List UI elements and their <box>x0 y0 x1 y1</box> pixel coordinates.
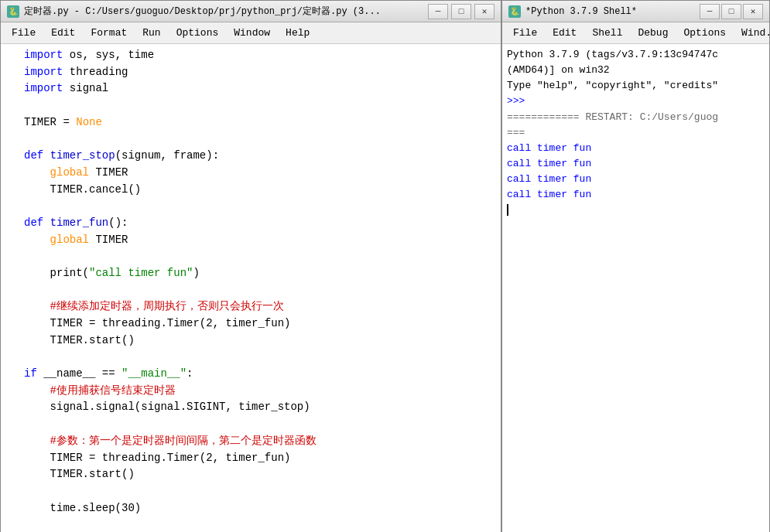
shell-title: *Python 3.7.9 Shell* <box>525 6 700 17</box>
shell-minimize-button[interactable]: ─ <box>700 4 720 19</box>
menu-file[interactable]: File <box>4 24 43 42</box>
shell-window-controls: ─ □ ✕ <box>700 4 763 19</box>
shell-restart-line: ============ RESTART: C:/Users/guog <box>507 110 765 125</box>
shell-menu-file[interactable]: File <box>505 24 545 42</box>
menu-format[interactable]: Format <box>83 24 135 42</box>
shell-icon: 🐍 <box>508 5 521 18</box>
shell-menu-window[interactable]: Wind... <box>734 24 770 42</box>
shell-menu-shell[interactable]: Shell <box>584 24 630 42</box>
shell-restart-line2: === <box>507 125 765 141</box>
code-line: time.sleep(30) <box>24 500 498 517</box>
shell-prompt: >>> <box>507 94 765 109</box>
code-line: def timer_stop(signum, frame): <box>24 148 498 165</box>
shell-menubar: File Edit Shell Debug Options Wind... <box>502 22 769 44</box>
code-line: #继续添加定时器，周期执行，否则只会执行一次 <box>24 298 498 315</box>
shell-output-line: call timer fun <box>507 187 765 203</box>
code-line: import threading <box>24 64 498 81</box>
shell-output-line: call timer fun <box>507 172 765 187</box>
code-line <box>24 416 498 433</box>
shell-window: 🐍 *Python 3.7.9 Shell* ─ □ ✕ File Edit S… <box>501 0 770 532</box>
editor-menubar: File Edit Format Run Options Window Help <box>1 22 501 44</box>
code-line: import os, sys, time <box>24 47 498 64</box>
code-line <box>24 131 498 148</box>
code-line <box>24 97 498 114</box>
code-editor-window: 🐍 定时器.py - C:/Users/guoguo/Desktop/prj/p… <box>0 0 501 532</box>
code-line: def timer_fun(): <box>24 215 498 232</box>
code-line: TIMER.start() <box>24 466 498 483</box>
code-line <box>24 349 498 366</box>
editor-titlebar: 🐍 定时器.py - C:/Users/guoguo/Desktop/prj/p… <box>1 1 501 22</box>
shell-menu-debug[interactable]: Debug <box>630 24 676 42</box>
code-line: global TIMER <box>24 165 498 182</box>
shell-line: Type "help", "copyright", "credits" <box>507 78 765 94</box>
shell-close-button[interactable]: ✕ <box>743 4 763 19</box>
editor-icon: 🐍 <box>7 5 19 18</box>
close-button[interactable]: ✕ <box>474 4 495 19</box>
code-content: import os, sys, time import threading im… <box>24 47 498 517</box>
maximize-button[interactable]: □ <box>451 4 471 19</box>
code-line: print("call timer fun") <box>24 265 498 282</box>
minimize-button[interactable]: ─ <box>428 4 448 19</box>
code-line: #参数：第一个是定时器时间间隔，第二个是定时器函数 <box>24 433 498 450</box>
shell-output-line: call timer fun <box>507 141 765 156</box>
code-line <box>24 282 498 299</box>
code-line: TIMER = None <box>24 114 498 131</box>
shell-content[interactable]: Python 3.7.9 (tags/v3.7.9:13c94747c (AMD… <box>502 44 769 532</box>
code-line <box>24 198 498 215</box>
code-line: #使用捕获信号结束定时器 <box>24 383 498 400</box>
code-line: import signal <box>24 80 498 97</box>
code-line: global TIMER <box>24 232 498 249</box>
shell-cursor-line <box>507 203 765 218</box>
shell-line: Python 3.7.9 (tags/v3.7.9:13c94747c <box>507 47 765 63</box>
shell-line: (AMD64)] on win32 <box>507 63 765 78</box>
menu-edit[interactable]: Edit <box>43 24 83 42</box>
editor-window-controls: ─ □ ✕ <box>428 4 495 19</box>
code-line: signal.signal(signal.SIGINT, timer_stop) <box>24 399 498 416</box>
shell-menu-edit[interactable]: Edit <box>545 24 584 42</box>
shell-output-line: call timer fun <box>507 156 765 172</box>
code-line: TIMER.cancel() <box>24 182 498 199</box>
menu-window[interactable]: Window <box>226 24 278 42</box>
code-line: TIMER = threading.Timer(2, timer_fun) <box>24 450 498 467</box>
shell-titlebar: 🐍 *Python 3.7.9 Shell* ─ □ ✕ <box>502 1 769 22</box>
code-line: TIMER.start() <box>24 332 498 350</box>
code-line: if __name__ == "__main__": <box>24 366 498 383</box>
menu-run[interactable]: Run <box>135 24 168 42</box>
code-line <box>24 483 498 500</box>
code-area[interactable]: import os, sys, time import threading im… <box>1 44 501 532</box>
editor-title: 定时器.py - C:/Users/guoguo/Desktop/prj/pyt… <box>24 5 428 18</box>
menu-options[interactable]: Options <box>169 24 227 42</box>
shell-menu-options[interactable]: Options <box>676 24 734 42</box>
menu-help[interactable]: Help <box>278 24 317 42</box>
shell-maximize-button[interactable]: □ <box>721 4 741 19</box>
code-line: TIMER = threading.Timer(2, timer_fun) <box>24 315 498 332</box>
code-line <box>24 248 498 265</box>
